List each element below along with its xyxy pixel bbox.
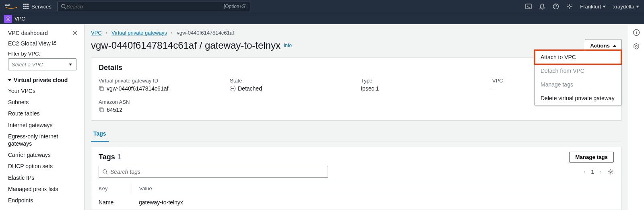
grid-icon — [23, 4, 29, 9]
sidebar-item-route-tables[interactable]: Route tables — [8, 110, 78, 117]
sidebar-vpc-dashboard[interactable]: VPC dashboard — [8, 30, 48, 36]
page-number: 1 — [591, 169, 594, 175]
search-input[interactable] — [66, 4, 224, 10]
svg-rect-6 — [27, 6, 29, 7]
caret-down-icon — [636, 6, 639, 8]
state-label: State — [230, 78, 351, 84]
svg-rect-20 — [100, 109, 103, 112]
sidebar-item-egress-only-igw[interactable]: Egress-only internet gateways — [8, 133, 78, 147]
sidebar-item-dhcp-option-sets[interactable]: DHCP option sets — [8, 163, 78, 170]
svg-line-22 — [106, 173, 108, 175]
preferences-icon[interactable] — [633, 43, 640, 50]
right-rail — [628, 24, 644, 210]
menu-manage-tags: Manage tags — [535, 78, 621, 91]
tag-key: Name — [91, 195, 132, 210]
vgw-id-value: vgw-0440f6147814c61af — [107, 85, 168, 92]
detached-status-icon — [230, 86, 235, 91]
help-icon[interactable] — [553, 3, 559, 10]
svg-point-27 — [636, 45, 637, 47]
pager: ‹ 1 › — [584, 169, 614, 175]
caret-down-icon — [69, 64, 72, 66]
manage-tags-button[interactable]: Manage tags — [569, 152, 614, 163]
breadcrumb-vpc[interactable]: VPC — [91, 30, 102, 36]
sidebar-item-your-vpcs[interactable]: Your VPCs — [8, 87, 78, 95]
menu-attach-to-vpc[interactable]: Attach to VPC — [535, 50, 621, 64]
page-title: vgw-0440f6147814c61af / gateway-to-telny… — [91, 40, 281, 51]
sidebar: VPC dashboard EC2 Global View Filter by … — [0, 24, 85, 210]
main-content: VPC › Virtual private gateways › vgw-044… — [85, 24, 628, 210]
top-icons: Frankfurt xraydelta — [525, 3, 639, 10]
caret-down-icon — [603, 6, 606, 8]
copy-icon[interactable] — [99, 86, 104, 91]
breadcrumb-current: vgw-0440f6147814c61af — [177, 30, 234, 36]
svg-point-25 — [636, 31, 637, 32]
info-link[interactable]: Info — [284, 43, 292, 48]
sidebar-item-endpoints[interactable]: Endpoints — [8, 197, 78, 204]
cloudshell-icon[interactable] — [525, 3, 532, 10]
breadcrumb: VPC › Virtual private gateways › vgw-044… — [91, 30, 621, 36]
breadcrumb-vpg-list[interactable]: Virtual private gateways — [111, 30, 167, 36]
col-key[interactable]: Key — [91, 182, 132, 195]
type-label: Type — [361, 78, 483, 84]
svg-rect-2 — [25, 4, 27, 5]
tabs: Tags — [91, 126, 621, 142]
state-value: Detached — [238, 85, 262, 92]
sidebar-section-vpc[interactable]: Virtual private cloud — [8, 77, 78, 83]
sidebar-item-carrier-gateways[interactable]: Carrier gateways — [8, 151, 78, 159]
tags-search-input[interactable] — [110, 169, 324, 175]
sidebar-item-subnets[interactable]: Subnets — [8, 99, 78, 106]
account-menu[interactable]: xraydelta — [613, 4, 639, 10]
region-selector[interactable]: Frankfurt — [580, 4, 606, 10]
external-link-icon — [52, 41, 56, 45]
tab-tags[interactable]: Tags — [91, 126, 109, 142]
vpc-service-icon[interactable] — [4, 15, 12, 23]
chevron-right-icon: › — [171, 30, 173, 36]
svg-point-23 — [610, 171, 611, 173]
sidebar-ec2-global-view[interactable]: EC2 Global View — [8, 40, 78, 47]
service-name[interactable]: VPC — [14, 16, 25, 22]
svg-rect-4 — [23, 6, 25, 7]
svg-point-15 — [556, 8, 556, 8]
page-next-icon[interactable]: › — [600, 169, 602, 175]
tags-search[interactable] — [99, 166, 328, 178]
vpc-value: – — [492, 85, 495, 92]
menu-delete-vpg[interactable]: Delete virtual private gateway — [535, 91, 621, 105]
actions-menu: Attach to VPC Detach from VPC Manage tag… — [535, 50, 621, 105]
svg-point-16 — [569, 6, 570, 7]
copy-icon[interactable] — [99, 107, 104, 113]
sidebar-item-managed-prefix-lists[interactable]: Managed prefix lists — [8, 185, 78, 193]
svg-rect-5 — [25, 6, 27, 7]
table-row: Name gateway-to-telnyx — [91, 195, 621, 210]
vpc-filter-select[interactable]: Select a VPC — [8, 58, 76, 70]
table-settings-icon[interactable] — [607, 169, 614, 175]
col-value[interactable]: Value — [132, 182, 621, 195]
svg-text:aws: aws — [5, 4, 10, 6]
vgw-id-label: Virtual private gateway ID — [99, 78, 220, 84]
tags-count: 1 — [118, 153, 122, 161]
services-menu[interactable]: Services — [23, 4, 52, 10]
tag-value: gateway-to-telnyx — [132, 195, 621, 210]
svg-rect-19 — [100, 87, 103, 91]
notifications-icon[interactable] — [539, 3, 545, 10]
service-subnav: VPC — [0, 13, 644, 24]
caret-up-icon — [613, 45, 616, 47]
tags-table: Key Value Name gateway-to-telnyx — [91, 182, 621, 210]
svg-point-21 — [103, 170, 107, 173]
svg-point-10 — [62, 4, 65, 8]
sidebar-item-internet-gateways[interactable]: Internet gateways — [8, 121, 78, 129]
top-nav: aws Services [Option+S] Frankfurt xrayde… — [0, 0, 644, 13]
search-icon — [102, 169, 108, 175]
info-panel-icon[interactable] — [633, 29, 640, 36]
asn-value: 64512 — [107, 107, 122, 113]
tags-heading: Tags — [99, 153, 115, 161]
sidebar-item-elastic-ips[interactable]: Elastic IPs — [8, 174, 78, 181]
svg-rect-26 — [636, 32, 637, 34]
svg-rect-7 — [23, 8, 25, 9]
global-search[interactable]: [Option+S] — [57, 2, 250, 11]
settings-icon[interactable] — [566, 3, 573, 10]
svg-line-11 — [64, 8, 66, 9]
aws-logo[interactable]: aws — [5, 3, 18, 10]
close-sidebar-icon[interactable] — [72, 30, 78, 36]
page-prev-icon[interactable]: ‹ — [584, 169, 586, 175]
filter-by-vpc-label: Filter by VPC: — [8, 51, 78, 57]
